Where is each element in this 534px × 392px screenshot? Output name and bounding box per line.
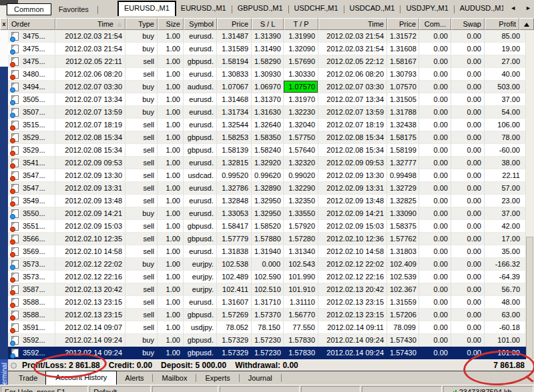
cell-close-price: 1.31608 [387, 43, 419, 55]
history-row[interactable]: 3494...2012.02.07 03:30buy1.00audusd.1.0… [8, 81, 526, 93]
cell-tp: 1.07570 [284, 81, 318, 93]
cell-profit: 106.00 [485, 119, 526, 131]
history-row[interactable]: 3547...2012.02.09 13:31sell1.00eurusd.1.… [8, 182, 526, 195]
history-row[interactable]: 3569...2012.02.10 14:58sell1.00eurusd.1.… [8, 245, 526, 258]
cell-open-price: 1.31589 [217, 43, 252, 55]
deposit-item: Deposit: 5 000.00 [161, 361, 226, 370]
cell-open-price: 102.489 [217, 271, 252, 283]
cell-open-price: 1.07067 [217, 81, 252, 93]
cell-type: sell [125, 55, 158, 68]
status-segment [362, 386, 441, 392]
cell-open-time: 2012.02.14 09:24 [55, 347, 125, 359]
column-header-label: Time [368, 20, 384, 28]
tab-account-history-active[interactable]: Account History [45, 371, 117, 385]
order-type-icon-sell [11, 133, 19, 142]
tab-mailbox[interactable]: Mailbox [154, 372, 195, 385]
history-row[interactable]: 3588...2012.02.13 23:15sell1.00eurusd.1.… [8, 296, 526, 309]
withdrawal-item: Withdrawal: 0.00 [235, 361, 298, 370]
history-row[interactable]: 3480...2012.02.06 08:20sell1.00eurusd.1.… [8, 68, 526, 81]
tab-favorites[interactable]: Favorites [51, 3, 96, 15]
tab-eurusd-m1[interactable]: EURUSD.,M1 [176, 1, 231, 15]
history-row[interactable]: 3547...2012.02.09 13:30sell1.00usdcad.0.… [8, 169, 526, 182]
cell-swap: 0.00 [451, 245, 485, 258]
column-header-open-time[interactable]: Time [55, 18, 125, 30]
tab-audusd-m1[interactable]: AUDUSD.,M1 [455, 1, 503, 15]
cell-profit: -60.00 [485, 144, 526, 157]
cell-commission: 0.00 [419, 195, 451, 207]
history-row[interactable]: 3515...2012.02.07 18:19sell1.00eurusd.1.… [8, 119, 526, 131]
cell-close-price: 1.31572 [387, 30, 419, 43]
tab-usdchf-m1[interactable]: USDCHF.,M1 [290, 1, 343, 15]
history-row[interactable]: 3573...2012.02.12 22:02buy1.00eurjpy.102… [8, 258, 526, 271]
cell-close-time: 2012.02.12 22:02 [318, 258, 387, 271]
cell-sl: 1.31710 [252, 296, 284, 309]
history-row[interactable]: 3591...2012.02.14 09:07sell1.00usdjpy.78… [8, 321, 526, 334]
cell-symbol: eurusd. [184, 30, 217, 43]
cell-profit: 78.00 [485, 131, 526, 144]
history-row[interactable]: 3475...2012.02.03 21:54buy1.00eurusd.1.3… [8, 43, 526, 55]
tab-experts[interactable]: Experts [197, 372, 238, 385]
history-row[interactable]: 3551...2012.02.09 15:03sell1.00gbpusd.1.… [8, 220, 526, 233]
cell-order: 3573... [8, 258, 55, 271]
cell-commission: 0.00 [419, 233, 451, 245]
history-row[interactable]: 3592...2012.02.14 09:24buy1.00gbpusd.1.5… [8, 334, 526, 347]
tab-usdjpy-m1[interactable]: USDJPY.,M1 [401, 1, 453, 15]
history-row[interactable]: 3529...2012.02.08 15:34sell1.00gbpusd.1.… [8, 131, 526, 144]
column-header-size[interactable]: Size [158, 18, 184, 30]
cell-symbol: usdjpy. [184, 321, 217, 334]
scrollbar-thumb[interactable] [526, 237, 533, 360]
cell-size: 1.00 [158, 81, 184, 93]
column-header-profit[interactable]: Profit [485, 18, 519, 30]
history-row[interactable]: 3566...2012.02.10 12:35sell1.00gbpusd.1.… [8, 233, 526, 245]
history-row[interactable]: 3475...2012.02.03 21:54buy1.00eurusd.1.3… [8, 30, 526, 43]
column-header-close-price[interactable]: Price [387, 18, 419, 30]
column-header-open-price[interactable]: Price [217, 18, 252, 30]
tab-usdcad-m1[interactable]: USDCAD.,M1 [345, 1, 400, 15]
column-header-label: Profit [499, 20, 516, 28]
tab-eurusd-m1-active[interactable]: EURUSD.,M1 [117, 1, 176, 16]
history-row[interactable]: 3588...2012.02.13 23:15sell1.00gbpusd.1.… [8, 309, 526, 321]
cell-order: 3480... [8, 68, 55, 81]
cell-tp: 1.31990 [284, 30, 318, 43]
tab-alerts[interactable]: Alerts [117, 372, 152, 385]
tab-gbpusd-m1[interactable]: GBPUSD.,M1 [233, 1, 288, 15]
column-header-symbol[interactable]: Symbol [184, 18, 217, 30]
cell-close-price: 1.58199 [387, 144, 419, 157]
column-header-type[interactable]: Type [125, 18, 158, 30]
cell-type: sell [125, 119, 158, 131]
history-row[interactable]: 3549...2012.02.09 13:48sell1.00eurusd.1.… [8, 195, 526, 207]
column-header-close-time[interactable]: Time [318, 18, 387, 30]
history-row[interactable]: 3507...2012.02.07 13:59buy1.00eurusd.1.3… [8, 106, 526, 119]
history-row[interactable]: 3505...2012.02.07 13:34buy1.00eurusd.1.3… [8, 93, 526, 106]
scroll-up-button[interactable] [519, 18, 534, 30]
history-row[interactable]: 3550...2012.02.09 14:21buy1.00eurusd.1.3… [8, 207, 526, 220]
tab-common-active[interactable]: Common [7, 3, 51, 15]
cell-open-time: 2012.02.10 12:35 [55, 233, 125, 245]
cell-size: 1.00 [158, 271, 184, 283]
tab-trade[interactable]: Trade [11, 372, 45, 385]
column-header-order[interactable]: Order [8, 18, 55, 30]
history-row[interactable]: 3587...2012.02.13 20:42sell1.00eurjpy.10… [8, 283, 526, 296]
history-row[interactable]: 3475...2012.02.05 22:11sell1.00gbpusd.1.… [8, 55, 526, 68]
history-row[interactable]: 3592...2012.02.14 09:24buy1.00gbpusd.1.5… [8, 347, 526, 359]
tab-journal[interactable]: Journal [240, 372, 280, 385]
cell-open-time: 2012.02.13 23:15 [55, 309, 125, 321]
history-row[interactable]: 3573...2012.02.12 22:16sell1.00eurjpy.10… [8, 271, 526, 283]
cell-swap: 0.00 [451, 131, 485, 144]
tab-divider [232, 5, 232, 13]
cell-tp: 1.33550 [284, 207, 318, 220]
close-button[interactable]: x [0, 18, 8, 30]
cell-swap: 0.00 [451, 271, 485, 283]
cell-commission: 0.00 [419, 68, 451, 81]
vertical-scrollbar[interactable] [526, 30, 534, 359]
history-row[interactable]: 3541...2012.02.09 09:53sell1.00eurusd.1.… [8, 157, 526, 169]
column-header-label: Price [399, 20, 416, 28]
tab-scroll-right-icon[interactable]: ► [525, 5, 531, 11]
column-header-tp[interactable]: T / P [284, 18, 318, 30]
column-header-sl[interactable]: S / L [252, 18, 284, 30]
cell-close-time: 2012.02.05 22:12 [318, 55, 387, 68]
history-row[interactable]: 3529...2012.02.08 15:34sell1.00gbpusd.1.… [8, 144, 526, 157]
column-header-commission[interactable]: Com... [419, 18, 451, 30]
column-header-swap[interactable]: Swap [451, 18, 485, 30]
tab-scroll-left-icon[interactable]: ◄ [510, 5, 516, 11]
